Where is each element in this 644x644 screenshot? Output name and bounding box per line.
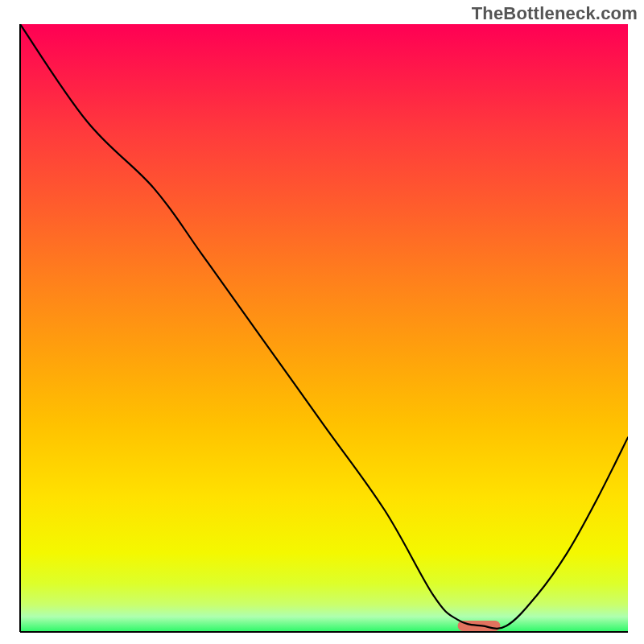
plot-background	[20, 24, 628, 632]
watermark-text: TheBottleneck.com	[472, 3, 638, 24]
bottleneck-chart	[0, 0, 644, 644]
chart-container: TheBottleneck.com	[0, 0, 644, 644]
